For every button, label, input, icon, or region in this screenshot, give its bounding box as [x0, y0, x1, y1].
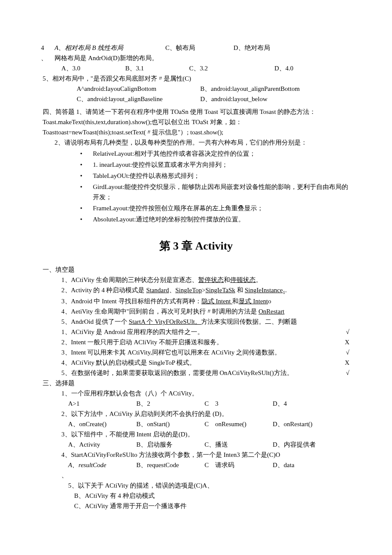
q5-a: A^android:IayouCalignBottom — [77, 84, 200, 94]
short-l3: Toasttoast=newToast(this);toast.setText(… — [43, 127, 349, 137]
q4-o2b: B、3.1 — [125, 63, 189, 73]
judge-4: 4、ACtiVity 默认的启动模式是 SingleToP 模式。X — [43, 357, 349, 368]
q4-row2: 、 网格布局是 AndrOid(D)新增的布局。 — [43, 53, 349, 63]
cq2: 2、以下方法中，ACtiVity 从启动到关闭不会执行的是 (D)。 — [43, 409, 349, 419]
cq4-opts: A、resultCodeB、requestCodeC 请求码D、data — [43, 460, 349, 470]
fill-4: 4、AetiVity 生命周期中"回到前台，再次可见时执行〃时调用的方法是 On… — [43, 306, 349, 317]
choice-head: 三、选择题 — [43, 378, 349, 388]
q4-o2d: D、4.0 — [274, 63, 294, 73]
q4-number: 4 — [41, 43, 44, 53]
q5-b: B、android:layout_alignParentBottom — [200, 84, 300, 94]
q5-row2: C、android:layout_alignBaseline D、android… — [43, 94, 349, 104]
q4-row1: 4 A、相对布局 B 线性布局 C、帧布局 D、绝对布局 — [43, 43, 349, 53]
judge-2: 2、Intent 一般只用于启动 ACliVity 不能开启播送和服务。X — [43, 337, 349, 347]
cq5c: C、ACtiVity 通常用于开启一个播送事件 — [43, 501, 349, 511]
bullet-5: •FrameLayout:使控件按照创立顺序在屏幕的左上角重叠显示； — [43, 203, 349, 213]
cq1-opts: A>1B、2C 3D、4 — [43, 398, 349, 409]
q4-opts2: A、3.0 B、3.1 C、3.2 D、4.0 — [43, 63, 349, 73]
cq4-tail: 、 — [43, 470, 349, 480]
q4-opt-d: D、绝对布局 — [233, 43, 349, 53]
q5-row1: A^android:IayouCalignBottom B、android:la… — [43, 84, 349, 94]
q4-line2: 网格布局是 AndrOid(D)新增的布局。 — [55, 53, 158, 63]
bullet-3: •TableLayOUt:使控件以表格形式排列； — [43, 171, 349, 181]
fill-head: 一、填空题 — [43, 264, 349, 275]
fill-5: 5、AndrOid 提供了一个 StartA 个 VityFOrReSUlt。方… — [43, 317, 349, 327]
cq5b: B、ACtiVity 有 4 种启动模式 — [43, 491, 349, 501]
q5-stem: 5、相对布局中，"是否跟父布局底部对齐〃是属性(C) — [43, 73, 349, 84]
q4-prefix: 、 — [41, 53, 47, 63]
bullet-4: •GirdLayout:能使控件交织显示，能够防止因布局嵌套对设备性能的影响，更… — [43, 182, 349, 202]
cq3-opts: A、ActivityB、启动服务C、播送D、内容提供者 — [43, 439, 349, 450]
bullet-6: •AbsoluteLayout:通过绝对的坐标控制控件摆放的位置。 — [43, 214, 349, 224]
judge-5: 5、在数据传递时，如果需要获取返回的数据，需要使用 OnACtiVityReSU… — [43, 368, 349, 378]
cq5: 5、以下关于 ACtiVity 的描述，错误的选项是(C)A、 — [43, 480, 349, 491]
bullet-1: •RelativeLayout:相对于其他控件或者容器决定控件的位置； — [43, 148, 349, 159]
short-l2: Toast.makeText(this,text,duration).show(… — [43, 117, 349, 127]
fill-3: 3、Android 中 Intent 寻找目标组件的方式有两种：隐式 Inten… — [43, 296, 349, 306]
fill-2: 2、Activity 的 4 种启动模式是 Standard、SingIeTop… — [43, 285, 349, 296]
q4-opt-c: C、帧布局 — [165, 43, 233, 53]
q5-c: C、android:layout_alignBaseline — [77, 94, 200, 104]
judge-1: 1、ACtiVity 是 Android 应用程序的四大组件之一。√ — [43, 327, 349, 337]
cq1: 1、一个应用程序默认会包含（八）个 ACtiVity。 — [43, 388, 349, 398]
q4-o2a: A、3.0 — [61, 63, 125, 73]
judge-3: 3、Intent 可以用来卡其 ACtiVity,同样它也可以用来在 ACtiV… — [43, 347, 349, 357]
q5-d: D、android:layout_below — [200, 94, 267, 104]
cq4: 4、StartACtiVityForReSUlto 方法接收两个参数，第一个是 … — [43, 450, 349, 460]
q4-o2c: C、3.2 — [189, 63, 274, 73]
bullet-2: •1. inearLayout:使控件以竖直或者水平方向排列； — [43, 160, 349, 170]
q4-opt-a: A、相对布局 B 线性布局 — [55, 43, 165, 53]
cq3: 3、以下组件中，不能使用 Intent 启动的是(D)。 — [43, 429, 349, 439]
fill-1: 1、ACtiVity 生命周期的三种状态分别是宣逐态、暂停状态和停顿状态。 — [43, 275, 349, 285]
short-l1: 四、简答题 1、请简述一下若何在程序中使用 TOaSn 使用 Toast 可以直… — [43, 107, 349, 117]
chapter-title: 第 3 章 Activity — [43, 237, 349, 255]
short-l4: 2、请说明布局有几种类型，以及每种类型的作用。一共有六种布局，它们的作用分别是： — [43, 137, 349, 148]
cq2-opts: A、onCreate()B、onStart()C onResume()D、onR… — [43, 419, 349, 429]
